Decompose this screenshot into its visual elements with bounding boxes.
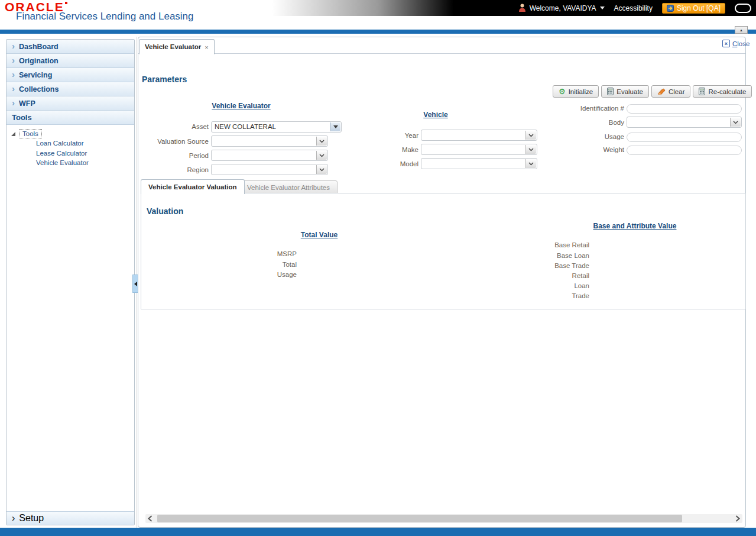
tree-link-loan-calculator[interactable]: Loan Calculator [36, 140, 84, 147]
gear-icon: ⚙ [559, 88, 566, 95]
sidebar: › DashBoard › Origination › Servicing › … [6, 39, 135, 525]
tab-vehicle-evaluator-valuation[interactable]: Vehicle Evaluator Valuation [141, 179, 245, 194]
oracle-registered-mark [65, 2, 67, 4]
asset-value: NEW COLLATERAL [212, 122, 341, 132]
weight-field-wrap [627, 144, 742, 155]
sidebar-item-label: DashBoard [19, 43, 59, 51]
sidebar-item-wfp[interactable]: › WFP [7, 96, 134, 111]
usage-input[interactable] [627, 133, 742, 142]
model-dropdown-button[interactable] [525, 159, 536, 168]
model-select[interactable] [421, 158, 537, 169]
chevron-right-icon: › [12, 41, 15, 50]
initialize-button[interactable]: ⚙ Initialize [553, 85, 599, 98]
msrp-label: MSRP [231, 250, 297, 257]
total-value-heading: Total Value [272, 231, 366, 239]
chevron-right-icon [735, 515, 740, 522]
retail-label: Retail [515, 272, 589, 279]
chevron-down-icon [319, 154, 325, 157]
sidebar-item-tools[interactable]: Tools [7, 111, 134, 125]
period-label: Period [142, 152, 209, 159]
parameters-toolbar: ⚙ Initialize Evaluate Clear Re-calculate [553, 85, 752, 98]
tab-close-icon[interactable]: × [205, 44, 208, 51]
identification-label: Identification # [556, 105, 624, 112]
chevron-right-icon: › [12, 56, 15, 64]
close-control[interactable]: × Close [722, 40, 749, 47]
user-menu[interactable]: Welcome, VAVAIDYA [518, 4, 605, 12]
sidebar-item-collections[interactable]: › Collections [7, 82, 134, 96]
sidebar-item-setup[interactable]: › Setup [7, 511, 134, 525]
topbar-actions: Welcome, VAVAIDYA Accessibility Sign Out… [518, 0, 751, 16]
chevron-right-icon: › [12, 98, 15, 107]
tree-link-vehicle-evaluator[interactable]: Vehicle Evaluator [36, 159, 89, 166]
usage-label: Usage [556, 133, 624, 140]
year-select[interactable] [421, 130, 537, 141]
chevron-left-icon [148, 515, 153, 522]
region-select[interactable] [211, 164, 328, 175]
asset-combobox[interactable]: NEW COLLATERAL [211, 121, 342, 133]
usage-field-wrap [627, 131, 742, 142]
app-tagline: Financial Services Lending and Leasing [16, 11, 194, 22]
tree-link-lease-calculator[interactable]: Lease Calculator [36, 150, 87, 157]
scroll-right-button[interactable] [733, 514, 742, 523]
chevron-down-icon [528, 148, 534, 151]
region-label: Region [142, 166, 209, 173]
loan-label: Loan [515, 282, 589, 289]
sidebar-item-origination[interactable]: › Origination [7, 54, 134, 68]
sidebar-item-servicing[interactable]: › Servicing [7, 68, 134, 82]
period-select[interactable] [211, 150, 328, 161]
sidebar-item-label: Origination [19, 57, 59, 65]
identification-field-wrap [627, 103, 742, 114]
chevron-right-icon: › [12, 513, 15, 524]
identification-input[interactable] [627, 104, 742, 114]
welcome-text: Welcome, VAVAIDYA [530, 4, 596, 12]
evaluate-label: Evaluate [617, 88, 643, 95]
vehicle-section-heading: Vehicle [394, 111, 477, 119]
footer-bar [0, 528, 756, 536]
close-box-icon: × [722, 40, 730, 47]
oval-indicator-icon[interactable] [735, 4, 751, 13]
triangle-down-icon [333, 125, 338, 128]
evaluate-button[interactable]: Evaluate [601, 85, 649, 98]
sidebar-item-label: Servicing [19, 71, 52, 79]
usage-value-label: Usage [231, 271, 297, 278]
sidebar-item-label: Tools [12, 113, 32, 122]
weight-label: Weight [556, 146, 624, 153]
sidebar-item-label: Collections [19, 85, 59, 93]
weight-input[interactable] [627, 146, 742, 155]
recalculate-button[interactable]: Re-calculate [693, 85, 752, 98]
asset-dropdown-button[interactable] [330, 122, 340, 131]
close-x-glyph: × [725, 41, 728, 47]
body-select[interactable] [627, 117, 742, 128]
year-dropdown-button[interactable] [525, 131, 536, 140]
tools-tree-root[interactable]: Tools [11, 129, 42, 138]
chevron-down-icon [319, 168, 325, 172]
base-trade-label: Base Trade [515, 262, 589, 269]
period-dropdown-button[interactable] [316, 151, 327, 160]
valuation-heading: Valuation [147, 206, 183, 216]
accessibility-link[interactable]: Accessibility [614, 4, 653, 12]
sidebar-item-label: WFP [19, 99, 35, 108]
scroll-left-button[interactable] [145, 514, 155, 523]
sidebar-item-dashboard[interactable]: › DashBoard [7, 40, 134, 54]
make-dropdown-button[interactable] [525, 145, 536, 154]
base-retail-label: Base Retail [515, 241, 589, 248]
chevron-right-icon: › [12, 84, 15, 93]
initialize-label: Initialize [569, 88, 593, 95]
horizontal-scrollbar[interactable] [145, 514, 742, 523]
valuation-source-dropdown-button[interactable] [316, 137, 327, 146]
make-select[interactable] [421, 144, 537, 155]
recalculate-label: Re-calculate [708, 88, 746, 95]
clear-button[interactable]: Clear [651, 85, 690, 98]
vehicle-evaluator-section-heading: Vehicle Evaluator [194, 102, 288, 110]
asset-label: Asset [142, 123, 209, 130]
scrollbar-thumb[interactable] [157, 515, 682, 522]
user-menu-caret-icon [600, 7, 605, 9]
tab-title: Vehicle Evaluator [145, 43, 201, 50]
body-dropdown-button[interactable] [730, 118, 741, 127]
sign-out-button[interactable]: Sign Out [QA] [662, 3, 725, 14]
chevron-down-icon [528, 134, 534, 137]
collapse-header-button[interactable]: ▲ [735, 26, 748, 34]
region-dropdown-button[interactable] [316, 165, 327, 174]
valuation-source-select[interactable] [211, 135, 328, 147]
tab-vehicle-evaluator[interactable]: Vehicle Evaluator × [139, 39, 215, 54]
